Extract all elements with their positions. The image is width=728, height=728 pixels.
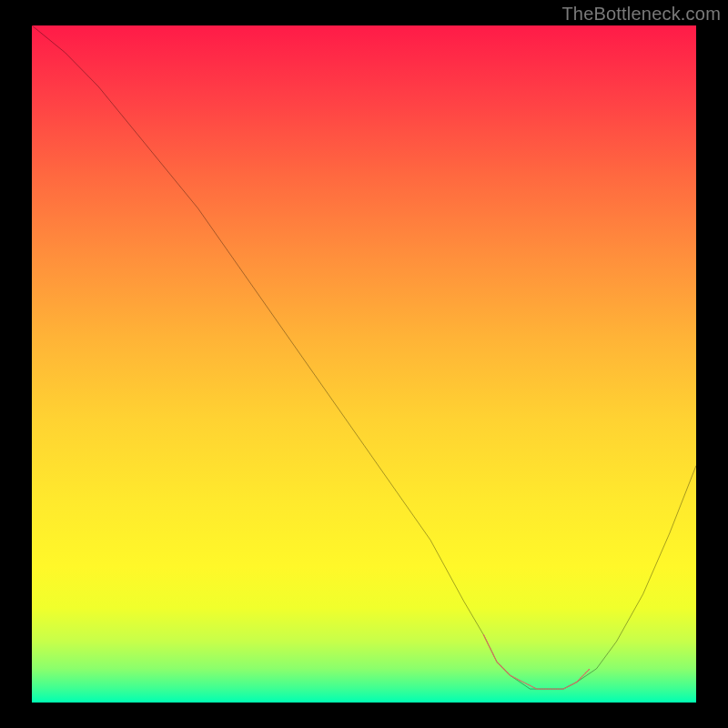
plot-area xyxy=(32,25,696,703)
bottleneck-curve xyxy=(32,25,696,689)
curve-layer xyxy=(32,25,696,703)
watermark-label: TheBottleneck.com xyxy=(561,4,721,25)
recommended-range-mask xyxy=(483,635,590,690)
chart-canvas: TheBottleneck.com xyxy=(0,0,728,728)
